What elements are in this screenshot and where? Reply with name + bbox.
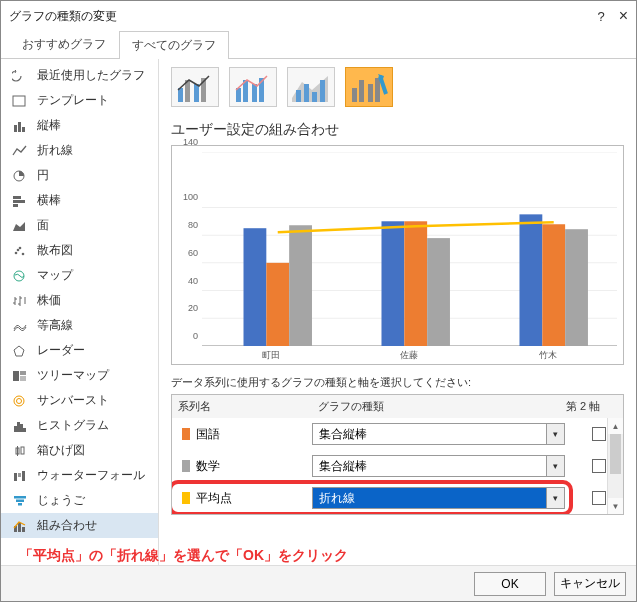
side-funnel[interactable]: じょうご: [1, 488, 158, 513]
scroll-up-icon[interactable]: ▲: [608, 418, 623, 434]
svg-rect-44: [304, 84, 309, 102]
side-treemap[interactable]: ツリーマップ: [1, 363, 158, 388]
side-label: ツリーマップ: [37, 367, 109, 384]
svg-rect-25: [21, 447, 24, 454]
svg-rect-16: [20, 376, 26, 381]
svg-rect-21: [20, 424, 23, 432]
side-boxwhisker[interactable]: 箱ひげ図: [1, 438, 158, 463]
svg-rect-64: [519, 214, 542, 346]
side-label: 組み合わせ: [37, 517, 97, 534]
swatch-icon: [182, 428, 190, 440]
subtype-1[interactable]: [171, 67, 219, 107]
annotation-text: 「平均点」の「折れ線」を選んで「OK」をクリック: [19, 547, 348, 565]
th-series-name: 系列名: [172, 395, 312, 418]
svg-rect-37: [194, 84, 199, 102]
waterfall-icon: [11, 468, 29, 484]
ok-button[interactable]: OK: [474, 572, 546, 596]
svg-rect-27: [18, 473, 21, 477]
subtype-custom[interactable]: [345, 67, 393, 107]
checkbox-axis2[interactable]: [592, 491, 606, 505]
section-title: ユーザー設定の組み合わせ: [171, 121, 624, 139]
series-row-highlighted: 平均点 折れ線▾: [172, 482, 623, 514]
side-template[interactable]: テンプレート: [1, 88, 158, 113]
ytick: 80: [188, 220, 198, 230]
side-waterfall[interactable]: ウォーターフォール: [1, 463, 158, 488]
side-label: 等高線: [37, 317, 73, 334]
svg-rect-49: [368, 84, 373, 102]
svg-point-11: [17, 248, 20, 251]
side-surface[interactable]: 等高線: [1, 313, 158, 338]
scroll-thumb[interactable]: [610, 434, 621, 474]
side-pie[interactable]: 円: [1, 163, 158, 188]
ytick: 40: [188, 276, 198, 286]
subtype-2[interactable]: [229, 67, 277, 107]
svg-rect-46: [320, 80, 325, 102]
svg-rect-66: [565, 229, 588, 346]
cancel-button[interactable]: キャンセル: [554, 572, 626, 596]
side-map[interactable]: マップ: [1, 263, 158, 288]
combo-chart-type[interactable]: 集合縦棒▾: [312, 455, 565, 477]
svg-rect-0: [13, 96, 25, 106]
scrollbar[interactable]: ▲ ▼: [607, 418, 623, 514]
side-bar[interactable]: 横棒: [1, 188, 158, 213]
checkbox-axis2[interactable]: [592, 427, 606, 441]
side-column[interactable]: 縦棒: [1, 113, 158, 138]
xcat: 町田: [202, 349, 340, 362]
tab-all[interactable]: すべてのグラフ: [119, 31, 229, 59]
help-icon[interactable]: ?: [597, 9, 604, 24]
svg-rect-43: [296, 90, 301, 102]
svg-rect-7: [13, 204, 18, 207]
side-sunburst[interactable]: サンバースト: [1, 388, 158, 413]
side-scatter[interactable]: 散布図: [1, 238, 158, 263]
svg-rect-15: [20, 371, 26, 375]
ytick: 0: [193, 331, 198, 341]
ytick: 60: [188, 248, 198, 258]
svg-rect-34: [22, 527, 25, 532]
checkbox-axis2[interactable]: [592, 459, 606, 473]
tab-strip: おすすめグラフ すべてのグラフ: [1, 31, 636, 59]
svg-point-18: [17, 398, 22, 403]
ytick: 140: [183, 137, 198, 147]
close-icon[interactable]: ×: [619, 7, 628, 25]
side-stock[interactable]: 株価: [1, 288, 158, 313]
series-row: 数学 集合縦棒▾: [172, 450, 623, 482]
side-label: ヒストグラム: [37, 417, 109, 434]
tab-recommended[interactable]: おすすめグラフ: [9, 30, 119, 58]
side-line[interactable]: 折れ線: [1, 138, 158, 163]
svg-rect-20: [17, 422, 20, 432]
ytick: 100: [183, 192, 198, 202]
svg-point-17: [14, 396, 24, 406]
boxwhisker-icon: [11, 443, 29, 459]
scatter-icon: [11, 243, 29, 259]
chevron-down-icon: ▾: [546, 424, 564, 444]
svg-rect-5: [13, 196, 21, 199]
side-histogram[interactable]: ヒストグラム: [1, 413, 158, 438]
svg-point-8: [15, 251, 18, 254]
titlebar: グラフの種類の変更 ? ×: [1, 1, 636, 31]
combo-chart-type[interactable]: 集合縦棒▾: [312, 423, 565, 445]
side-area[interactable]: 面: [1, 213, 158, 238]
svg-marker-13: [14, 346, 24, 356]
subtype-3[interactable]: [287, 67, 335, 107]
side-combo[interactable]: 組み合わせ: [1, 513, 158, 538]
chevron-down-icon: ▾: [546, 488, 564, 508]
svg-rect-41: [252, 84, 257, 102]
svg-rect-59: [266, 263, 289, 346]
th-chart-type: グラフの種類: [312, 395, 559, 418]
bar-icon: [11, 193, 29, 209]
chart-preview: 140 100 80 60 40 20 0: [171, 145, 624, 365]
side-radar[interactable]: レーダー: [1, 338, 158, 363]
combo-chart-type[interactable]: 折れ線▾: [312, 487, 565, 509]
scroll-down-icon[interactable]: ▼: [608, 498, 623, 514]
side-label: 最近使用したグラフ: [37, 67, 145, 84]
xcat: 竹木: [479, 349, 617, 362]
svg-rect-6: [13, 200, 25, 203]
swatch-icon: [182, 460, 190, 472]
svg-rect-62: [404, 221, 427, 346]
svg-rect-65: [542, 224, 565, 346]
side-label: じょうご: [37, 492, 85, 509]
side-label: 折れ線: [37, 142, 73, 159]
svg-point-9: [19, 246, 22, 249]
side-recent[interactable]: 最近使用したグラフ: [1, 63, 158, 88]
side-label: 株価: [37, 292, 61, 309]
